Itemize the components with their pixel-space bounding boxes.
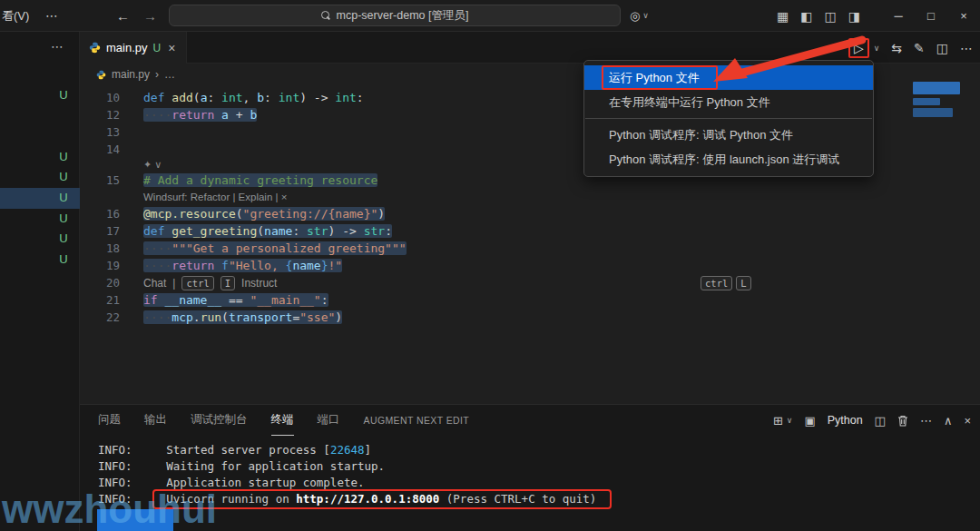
chat-hint-action: Instruct (241, 277, 277, 290)
code-token: __name__ (164, 293, 221, 307)
code-token: == (221, 293, 250, 307)
terminal-views-icon[interactable]: ⊞ (773, 414, 783, 428)
panel-tab[interactable]: 输出 (144, 405, 167, 436)
code-token: name (264, 224, 292, 238)
titlebar: 看(V) ⋯ ← → mcp-server-demo [管理员] ◎ ∨ ▦ ◧… (0, 0, 980, 32)
line-number: 17 (93, 224, 120, 238)
code-token: b (257, 91, 264, 104)
git-status-badge: U (54, 231, 73, 247)
code-token: "sse" (299, 310, 335, 324)
editor-line: 20Chat|ctrlIInstruct (80, 274, 980, 291)
editor-line: 21if __name__ == "__main__": (80, 291, 980, 309)
code-text: ····"""Get a personalized greeting""" (143, 241, 407, 255)
panel-more-actions-icon[interactable]: ⋯ (920, 414, 932, 428)
tab-main-py[interactable]: main.py U × (80, 32, 187, 64)
minimap-block (913, 108, 953, 117)
code-text: if __name__ == "__main__": (143, 293, 328, 307)
tab-modified-badge: U (153, 42, 162, 54)
code-token: run (201, 310, 221, 324)
code-token: int (335, 91, 356, 104)
close-window-button[interactable]: × (947, 0, 980, 32)
code-token: "greeting://{name}" (243, 207, 378, 221)
maximize-panel-icon[interactable]: ∧ (944, 414, 953, 428)
code-token: ) (377, 207, 385, 221)
code-token: # Add a dynamic greeting resource (143, 173, 377, 187)
code-token: . (193, 310, 201, 324)
code-token: : (357, 91, 364, 104)
breadcrumb-more[interactable]: … (164, 68, 175, 81)
terminal-text: 22648 (330, 443, 365, 457)
breadcrumb-file[interactable]: main.py (112, 68, 150, 81)
codelens-row: Windsurf: Refactor | Explain | × (80, 189, 980, 205)
code-token: str (364, 224, 385, 238)
kill-terminal-icon[interactable] (897, 415, 908, 427)
panel-tab[interactable]: 调试控制台 (191, 405, 248, 436)
open-changes-icon[interactable]: ⇆ (891, 41, 902, 55)
profile-button[interactable]: ◎ ∨ (630, 0, 649, 32)
customize-layout-icon[interactable]: ▦ (777, 9, 789, 24)
panel-tab[interactable]: AUGMENT NEXT EDIT (364, 405, 470, 436)
keycap: L (736, 276, 750, 290)
panel-tab[interactable]: 终端 (271, 405, 294, 436)
code-text: ····mcp.run(transport="sse") (143, 310, 342, 324)
code-token: ( (257, 224, 264, 238)
menu-view[interactable]: 看(V) (2, 0, 29, 32)
run-python-file-button[interactable]: ▷ (848, 38, 869, 58)
code-token: ) -> (328, 224, 364, 238)
chevron-down-icon: ∨ (787, 416, 793, 425)
chevron-down-icon: ∨ (642, 0, 649, 32)
window-title: mcp-server-demo [管理员] (337, 8, 469, 24)
code-token: ( (221, 310, 229, 324)
code-token: + (229, 108, 250, 122)
ctrl-l-hint: ctrlL (701, 276, 751, 290)
codelens-windsurf[interactable]: Windsurf: Refactor | Explain | × (143, 192, 287, 202)
minimap[interactable] (907, 80, 965, 123)
menu-item[interactable]: 运行 Python 文件 (584, 65, 873, 90)
panel-tab[interactable]: 端口 (318, 405, 340, 436)
code-text: ····return a + b (143, 108, 257, 122)
keycap: I (220, 276, 235, 290)
code-token: ( (236, 207, 243, 221)
maximize-button[interactable]: □ (915, 0, 947, 32)
code-token: return (172, 108, 214, 122)
toggle-secondary-sidebar-icon[interactable]: ◨ (848, 9, 860, 24)
line-number: 12 (93, 108, 120, 122)
run-options-chevron-icon[interactable]: ∨ (874, 44, 880, 53)
back-icon[interactable]: ← (116, 0, 130, 32)
code-token: get_greeting (172, 224, 257, 238)
menu-item[interactable]: Python 调试程序: 使用 launch.json 进行调试 (584, 147, 873, 172)
line-number: 14 (93, 143, 120, 156)
toggle-primary-sidebar-icon[interactable]: ◧ (800, 9, 812, 24)
command-center-search[interactable]: mcp-server-demo [管理员] (169, 5, 621, 26)
code-token (214, 259, 221, 272)
code-token: def (143, 91, 172, 104)
menu-item[interactable]: 在专用终端中运行 Python 文件 (584, 90, 873, 114)
code-token: !" (328, 259, 343, 272)
code-token: mcp (172, 310, 192, 324)
code-token: ···· (143, 241, 172, 255)
split-terminal-icon[interactable]: ◫ (875, 414, 886, 428)
forward-icon[interactable]: → (143, 0, 157, 32)
inline-chat-hint[interactable]: Chat|ctrlIInstruct (143, 276, 277, 290)
code-token: str (307, 224, 328, 238)
minimize-button[interactable]: ─ (882, 0, 915, 32)
line-number: 22 (93, 310, 120, 324)
editor-more-actions-icon[interactable]: ⋯ (960, 41, 973, 55)
play-icon: ▷ (854, 41, 864, 55)
close-panel-icon[interactable]: × (964, 414, 971, 428)
terminal-text: ] (365, 443, 372, 457)
panel-tab[interactable]: 问题 (98, 405, 121, 436)
edit-pen-icon[interactable]: ✎ (914, 41, 925, 55)
code-token: ) -> (299, 91, 335, 104)
panel-tabs: 问题输出调试控制台终端端口AUGMENT NEXT EDIT (98, 405, 469, 436)
sidebar-more-actions-icon[interactable]: ⋯ (51, 39, 64, 54)
tab-label: main.py (106, 41, 148, 54)
more-menus-icon[interactable]: ⋯ (45, 0, 58, 32)
tab-close-icon[interactable]: × (168, 41, 175, 55)
menu-item[interactable]: Python 调试程序: 调试 Python 文件 (584, 123, 873, 147)
code-token: "__main__" (250, 293, 320, 307)
annotation-box-menu (602, 65, 718, 90)
split-editor-icon[interactable]: ◫ (936, 41, 948, 55)
terminal-instance-label[interactable]: Python (828, 414, 863, 427)
toggle-panel-icon[interactable]: ◫ (824, 9, 836, 24)
